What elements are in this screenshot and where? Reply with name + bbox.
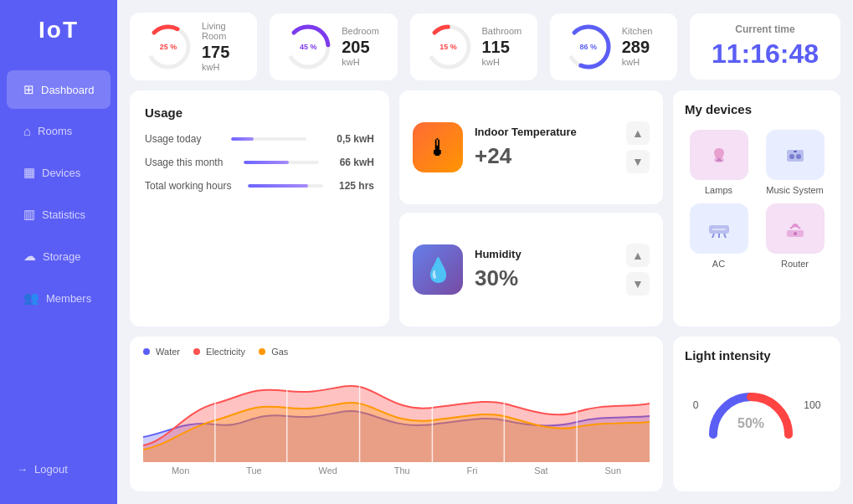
logout-label: Logout [34,463,68,476]
router-icon-box [766,203,825,254]
storage-icon: ☁ [23,249,36,264]
usage-row-month: Usage this month 66 kwH [145,157,374,168]
bathroom-info: Bathroom 115 kwH [482,26,522,67]
bathroom-kwh: 115 [482,38,522,57]
usage-today-label: Usage today [145,133,201,145]
legend-gas: Gas [259,347,288,357]
top-row: 25 % Living Room 175 kwH 45 % Bedroom 20… [130,13,840,80]
usage-month-value: 66 kwH [340,157,374,168]
svg-point-12 [789,154,794,159]
main-content: 25 % Living Room 175 kwH 45 % Bedroom 20… [117,0,853,504]
svg-point-21 [794,232,797,235]
humidity-card: 💧 Humidity 30% ▲ ▼ [399,213,663,327]
usage-hours-value: 125 hrs [339,180,374,192]
humidity-name: Humidity [475,248,614,260]
room-card-living: 25 % Living Room 175 kwH [130,13,257,80]
sidebar-item-label: Storage [43,250,81,263]
kitchen-info: Kitchen 289 kwH [622,26,653,67]
sidebar-item-storage[interactable]: ☁ Storage [7,237,110,275]
living-unit: kwH [202,62,244,72]
bathroom-unit: kwH [482,57,522,67]
device-music[interactable]: Music System [761,130,829,195]
devices-grid: Lamps Music System [685,130,829,269]
sidebar-item-label: Dashboard [41,84,95,96]
light-max-label: 100 [804,399,820,411]
usage-row-hours: Total working hours 125 hrs [145,180,374,192]
light-gauge-container: 50% [705,376,797,435]
electricity-dot [193,348,200,355]
kitchen-gauge-label: 86 % [579,43,597,51]
water-label: Water [156,347,180,357]
day-thu: Thu [394,465,410,476]
living-kwh: 175 [202,43,244,62]
current-time-card: Current time 11:16:48 [690,13,840,80]
sidebar-item-rooms[interactable]: ⌂ Rooms [7,112,110,150]
living-gauge-label: 25 % [160,43,177,51]
sidebar-item-devices[interactable]: ▦ Devices [7,153,110,192]
room-card-bathroom: 15 % Bathroom 115 kwH [410,13,537,80]
bathroom-name: Bathroom [482,26,522,36]
living-info: Living Room 175 kwH [202,21,244,72]
kitchen-kwh: 289 [622,38,653,57]
temperature-up-button[interactable]: ▲ [626,121,650,145]
usage-hours-bar [248,184,323,188]
statistics-icon: ▥ [23,207,35,222]
temperature-card: 🌡 Indoor Temperature +24 ▲ ▼ [399,90,663,204]
legend-water: Water [143,347,180,357]
living-name: Living Room [202,21,244,41]
humidity-down-button[interactable]: ▼ [626,272,650,296]
day-sun: Sun [604,465,621,476]
nav-menu: ⊞ Dashboard ⌂ Rooms ▦ Devices ▥ Statisti… [0,69,117,451]
sidebar-item-label: Devices [42,167,80,179]
sidebar-item-members[interactable]: 👥 Members [7,279,110,317]
usage-row-today: Usage today 0,5 kwH [145,133,374,145]
ac-icon-box [690,203,748,254]
sidebar-item-statistics[interactable]: ▥ Statistics [7,195,110,234]
humidity-value: 30% [475,265,614,291]
sensor-column: 🌡 Indoor Temperature +24 ▲ ▼ 💧 Humidity … [399,90,663,327]
music-label: Music System [766,185,823,195]
chart-legend: Water Electricity Gas [143,347,650,357]
kitchen-gauge: 86 % [563,22,614,72]
bottom-row: Water Electricity Gas [130,337,840,491]
gas-dot [259,348,265,355]
temperature-name: Indoor Temperature [475,126,614,138]
bedroom-name: Bedroom [342,26,379,36]
lamps-label: Lamps [705,185,732,195]
svg-rect-14 [794,151,797,152]
lamps-icon-box [690,130,748,180]
gas-label: Gas [271,347,288,357]
temperature-info: Indoor Temperature +24 [475,126,614,169]
ac-icon [706,215,732,242]
kitchen-unit: kwH [622,57,653,67]
logo: IoT [39,17,79,44]
svg-text:50%: 50% [737,416,764,430]
router-icon [782,215,809,242]
day-wed: Wed [318,465,337,476]
water-dot [143,348,150,355]
usage-today-fill [231,137,254,141]
current-time-label: Current time [710,23,820,35]
usage-month-bar [244,161,319,164]
device-ac[interactable]: AC [685,203,753,269]
device-router[interactable]: Router [761,203,829,269]
bedroom-info: Bedroom 205 kwH [342,26,379,67]
chart-days: Mon Tue Wed Thu Fri Sat Sun [143,465,650,476]
mid-row: Usage Usage today 0,5 kwH Usage this mon… [130,90,840,327]
temperature-value: +24 [475,143,614,169]
sidebar-item-dashboard[interactable]: ⊞ Dashboard [7,70,110,109]
temperature-down-button[interactable]: ▼ [626,150,650,173]
device-lamps[interactable]: Lamps [685,130,753,195]
devices-card: My devices Lamps [673,90,840,327]
usage-today-value: 0,5 kwH [337,133,374,145]
devices-title: My devices [685,102,829,116]
light-intensity-card: Light intensity 0 50% 100 [673,337,840,491]
chart-svg [143,362,650,462]
usage-month-label: Usage this month [145,157,223,168]
humidity-up-button[interactable]: ▲ [626,244,650,267]
humidity-info: Humidity 30% [475,248,614,291]
devices-icon: ▦ [23,165,35,180]
logout-button[interactable]: → Logout [0,451,117,487]
music-icon-box [766,130,825,180]
rooms-icon: ⌂ [23,124,31,138]
